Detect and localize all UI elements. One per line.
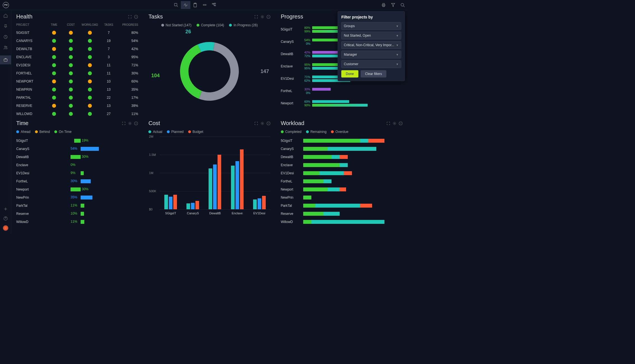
- progress-bar: [312, 100, 349, 103]
- help-icon[interactable]: ?: [134, 15, 138, 19]
- health-row[interactable]: NEWPORT 10 60%: [16, 77, 138, 85]
- filter-select[interactable]: Customer▼: [341, 60, 401, 68]
- workload-completed: [303, 204, 316, 208]
- expand-icon[interactable]: [128, 15, 132, 19]
- legend-item: Remaining: [306, 130, 326, 134]
- workload-project: WillowD: [281, 220, 303, 224]
- help-icon[interactable]: [3, 216, 8, 221]
- progress-bar: [312, 104, 368, 107]
- health-row[interactable]: RESERVE 13 39%: [16, 102, 138, 110]
- health-row[interactable]: EV1DESI 11 71%: [16, 61, 138, 69]
- gear-icon[interactable]: [260, 121, 264, 125]
- time-panel: Time ? AheadBehindOn Time 5GigsIT 19% Ca…: [11, 117, 143, 234]
- progress-cell: 95%: [117, 55, 138, 59]
- legend-item: Completed: [281, 130, 302, 134]
- legend-item: Behind: [35, 130, 50, 134]
- help-icon[interactable]: ?: [134, 121, 138, 125]
- briefcase-icon[interactable]: [0, 55, 11, 64]
- time-row: CanaryS 54%: [16, 145, 138, 153]
- topbar-right: [381, 3, 405, 7]
- gear-icon[interactable]: [128, 121, 132, 125]
- filter-select[interactable]: Groups▼: [341, 22, 401, 30]
- time-project: DewaltB: [16, 155, 36, 159]
- gear-icon[interactable]: [393, 121, 396, 125]
- gear-icon[interactable]: [260, 15, 264, 19]
- cost-ylabel: 500K: [149, 189, 156, 193]
- progress-row: Newport60%90%: [281, 97, 403, 109]
- logo[interactable]: PM: [3, 2, 9, 8]
- workload-panel: Workload ? CompletedRemainingOverdue 5Gi…: [276, 117, 408, 234]
- time-row: NewPrin 35%: [16, 193, 138, 201]
- home-icon[interactable]: [3, 13, 8, 18]
- health-row[interactable]: ENCLAVE 3 95%: [16, 53, 138, 61]
- expand-icon[interactable]: [386, 121, 390, 125]
- health-row[interactable]: WILLOWD 27 11%: [16, 110, 138, 116]
- pulse-icon[interactable]: [181, 1, 190, 9]
- clipboard-icon[interactable]: [190, 1, 200, 9]
- cost-bar-actual: [231, 166, 235, 209]
- flow-icon[interactable]: [209, 1, 219, 9]
- pin-icon[interactable]: [3, 24, 8, 29]
- time-pct: 30%: [71, 179, 77, 183]
- filter-select[interactable]: Manager▼: [341, 51, 401, 58]
- health-row[interactable]: PARKTAL 22 17%: [16, 93, 138, 102]
- svg-text:?: ?: [268, 16, 269, 18]
- filter-select[interactable]: Critical, Non-Critical, Very Impor...▼: [341, 41, 401, 49]
- cost-dot: [69, 96, 73, 100]
- search-icon[interactable]: [400, 3, 405, 7]
- print-icon[interactable]: [381, 3, 386, 7]
- time-dot: [52, 39, 56, 43]
- avatar[interactable]: [3, 225, 8, 231]
- workload-dot: [88, 79, 92, 83]
- workload-remaining: [360, 139, 368, 143]
- time-row: FortheL 30%: [16, 177, 138, 185]
- workload-completed: [303, 179, 324, 183]
- clock-icon[interactable]: [3, 34, 8, 40]
- time-pct: 11%: [71, 220, 77, 224]
- cost-group: CanaryS: [186, 137, 199, 209]
- legend-item: Actual: [148, 130, 162, 134]
- health-row[interactable]: 5GIGSIT 7 80%: [16, 29, 138, 37]
- project-cell: 5GIGSIT: [16, 31, 46, 35]
- progress-pct: 30%: [300, 88, 311, 91]
- project-cell: WILLOWD: [16, 112, 46, 116]
- people-icon[interactable]: [3, 45, 8, 50]
- health-row[interactable]: NEWPRIN 13 35%: [16, 85, 138, 93]
- expand-icon[interactable]: [122, 121, 126, 125]
- expand-icon[interactable]: [254, 121, 258, 125]
- plus-icon[interactable]: [3, 206, 8, 212]
- workload-row: EV1Desi: [281, 169, 403, 177]
- svg-text:?: ?: [136, 16, 137, 18]
- filter-icon[interactable]: [391, 3, 395, 7]
- workload-remaining: [315, 204, 360, 208]
- chevron-down-icon: ▼: [396, 53, 399, 56]
- health-row[interactable]: FORTHEL 11 30%: [16, 69, 138, 77]
- clear-filters-button[interactable]: Clear filters: [361, 70, 387, 78]
- zoom-icon[interactable]: [171, 1, 181, 9]
- health-row[interactable]: DEWALTB 7 42%: [16, 45, 138, 53]
- minus-icon[interactable]: [200, 1, 209, 9]
- health-row[interactable]: CANARYS 19 54%: [16, 37, 138, 45]
- help-icon[interactable]: ?: [267, 121, 270, 125]
- cost-group: EV1Desi: [253, 137, 266, 209]
- time-pct: 9%: [71, 171, 75, 175]
- workload-completed: [303, 187, 328, 191]
- help-icon[interactable]: ?: [267, 15, 270, 19]
- svg-rect-8: [383, 3, 384, 4]
- filter-select-label: Critical, Non-Critical, Very Impor...: [344, 43, 394, 47]
- help-icon[interactable]: ?: [399, 121, 403, 125]
- svg-rect-4: [212, 3, 213, 4]
- cost-xlabel: 5GigsIT: [165, 212, 176, 215]
- workload-project: ParkTal: [281, 204, 303, 208]
- time-row: Enclave 0%: [16, 161, 138, 169]
- cost-bar-planned: [213, 165, 217, 209]
- progress-project: 5GigsIT: [281, 27, 300, 31]
- time-bar: [74, 139, 81, 143]
- workload-project: CanaryS: [281, 147, 303, 151]
- legend-item: Planned: [167, 130, 184, 134]
- done-button[interactable]: Done: [341, 70, 358, 78]
- workload-completed: [303, 220, 311, 224]
- filter-select[interactable]: Not Started, Open▼: [341, 32, 401, 39]
- expand-icon[interactable]: [254, 15, 258, 19]
- cost-bar-actual: [186, 203, 190, 209]
